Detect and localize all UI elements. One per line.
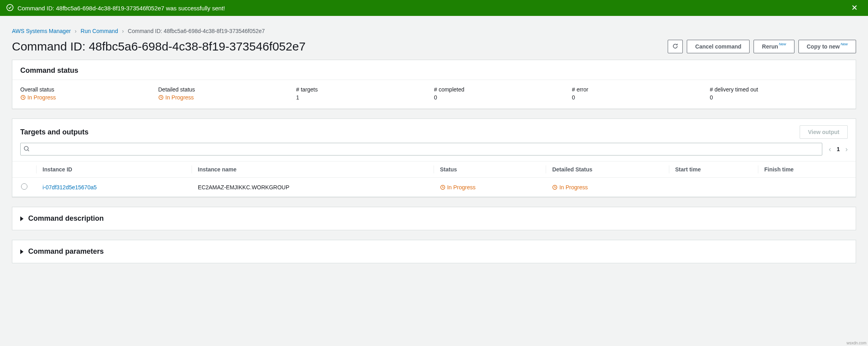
page-header: Command ID: 48fbc5a6-698d-4c38-8f19-3735…	[12, 40, 856, 53]
command-status-title: Command status	[20, 66, 78, 75]
table-row[interactable]: i-07df312d5e15670a5 EC2AMAZ-EMJIKKC.WORK…	[12, 178, 856, 197]
chevron-right-icon: ›	[122, 28, 124, 34]
row-start-time	[669, 178, 758, 197]
search-input[interactable]	[20, 143, 822, 156]
rerun-button[interactable]: RerunNew	[754, 40, 794, 53]
command-description-toggle[interactable]: Command description	[12, 207, 856, 230]
completed-label: # completed	[434, 86, 572, 93]
refresh-icon	[672, 43, 678, 51]
cancel-command-button[interactable]: Cancel command	[687, 40, 750, 53]
breadcrumb-link-systems-manager[interactable]: AWS Systems Manager	[12, 28, 71, 34]
copy-to-new-button[interactable]: Copy to newNew	[798, 40, 856, 53]
overall-status-value: In Progress	[20, 94, 158, 101]
error-value: 0	[572, 94, 710, 101]
caret-right-icon	[20, 249, 23, 254]
error-label: # error	[572, 86, 710, 93]
targets-title: Targets and outputs	[20, 128, 89, 136]
success-flash: Command ID: 48fbc5a6-698d-4c38-8f19-3735…	[0, 0, 868, 16]
row-finish-time	[758, 178, 856, 197]
svg-point-3	[24, 146, 28, 150]
breadcrumb: AWS Systems Manager › Run Command › Comm…	[12, 28, 856, 34]
row-detailed-status: In Progress	[552, 184, 662, 190]
targets-table: Instance ID Instance name Status Detaile…	[12, 161, 856, 197]
close-icon[interactable]	[851, 4, 862, 12]
command-parameters-toggle[interactable]: Command parameters	[12, 240, 856, 263]
col-detailed-status[interactable]: Detailed Status	[546, 161, 668, 178]
in-progress-icon	[440, 185, 446, 190]
detailed-status-label: Detailed status	[158, 86, 296, 93]
page-number: 1	[837, 146, 840, 152]
command-parameters-title: Command parameters	[28, 247, 104, 256]
success-check-icon	[6, 4, 17, 12]
col-finish-time[interactable]: Finish time	[758, 161, 856, 178]
command-description-title: Command description	[28, 214, 104, 223]
header-actions: Cancel command RerunNew Copy to newNew	[668, 40, 856, 53]
overall-status-label: Overall status	[20, 86, 158, 93]
targets-label: # targets	[296, 86, 434, 93]
flash-message: Command ID: 48fbc5a6-698d-4c38-8f19-3735…	[17, 5, 225, 12]
row-select-radio[interactable]	[21, 183, 27, 190]
prev-page-icon[interactable]: ‹	[829, 145, 831, 154]
view-output-button[interactable]: View output	[800, 125, 848, 139]
col-start-time[interactable]: Start time	[669, 161, 758, 178]
in-progress-icon	[552, 185, 558, 190]
instance-name-cell: EC2AMAZ-EMJIKKC.WORKGROUP	[192, 178, 434, 197]
col-instance-name[interactable]: Instance name	[192, 161, 434, 178]
instance-id-link[interactable]: i-07df312d5e15670a5	[43, 184, 97, 190]
targets-value: 1	[296, 94, 434, 101]
next-page-icon[interactable]: ›	[845, 145, 848, 154]
detailed-status-value: In Progress	[158, 94, 296, 101]
in-progress-icon	[20, 95, 26, 100]
refresh-button[interactable]	[668, 40, 683, 53]
timedout-label: # delivery timed out	[710, 86, 848, 93]
in-progress-icon	[158, 95, 164, 100]
page-title: Command ID: 48fbc5a6-698d-4c38-8f19-3735…	[12, 40, 306, 53]
search-icon	[23, 146, 30, 153]
caret-right-icon	[20, 216, 23, 221]
col-status[interactable]: Status	[434, 161, 546, 178]
timedout-value: 0	[710, 94, 848, 101]
targets-outputs-panel: Targets and outputs View output ‹ 1 ›	[12, 119, 856, 197]
breadcrumb-link-run-command[interactable]: Run Command	[81, 28, 118, 34]
completed-value: 0	[434, 94, 572, 101]
row-status: In Progress	[440, 184, 539, 190]
chevron-right-icon: ›	[75, 28, 77, 34]
pagination: ‹ 1 ›	[829, 145, 848, 154]
col-instance-id[interactable]: Instance ID	[36, 161, 192, 178]
command-status-panel: Command status Overall status In Progres…	[12, 60, 856, 109]
breadcrumb-current: Command ID: 48fbc5a6-698d-4c38-8f19-3735…	[128, 28, 265, 34]
